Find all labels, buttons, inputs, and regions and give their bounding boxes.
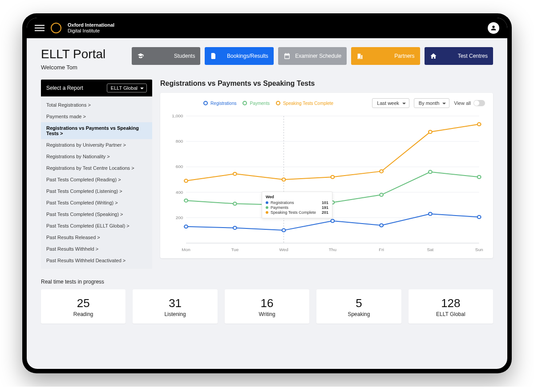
report-item[interactable]: Past Tests Completed (Reading) >: [41, 174, 152, 185]
report-item[interactable]: Registrations vs Payments vs Speaking Te…: [41, 122, 152, 139]
svg-point-33: [184, 180, 188, 183]
calendar-icon: [283, 52, 291, 60]
svg-text:600: 600: [176, 164, 183, 169]
svg-point-20: [233, 227, 237, 230]
nav-examiner-label: Examiner Schedule: [291, 53, 341, 59]
nav-partners[interactable]: Partners: [351, 47, 420, 65]
tooltip-row-label: Speaking Tests Complete: [271, 210, 316, 215]
building-icon: [356, 52, 364, 60]
stat-label: Speaking: [316, 311, 401, 317]
svg-text:800: 800: [176, 139, 183, 144]
svg-text:Thu: Thu: [329, 248, 336, 252]
report-item[interactable]: Past Results Withheld >: [41, 243, 152, 255]
period-select[interactable]: Last week: [372, 98, 409, 108]
tooltip-row-value: 201: [322, 210, 328, 215]
legend-sp-label: Speaking Tests Complete: [283, 101, 333, 106]
nav-students[interactable]: Students: [132, 47, 200, 65]
svg-point-32: [477, 176, 481, 179]
file-icon: [210, 52, 217, 60]
svg-point-26: [184, 199, 188, 202]
report-item[interactable]: Registrations by Nationality >: [41, 151, 152, 162]
legend-pay-label: Payments: [250, 101, 269, 106]
report-item[interactable]: Registrations by Test Centre Locations >: [41, 162, 152, 174]
report-item[interactable]: Registrations by University Partner >: [41, 139, 152, 151]
report-item[interactable]: Past Tests Completed (ELLT Global) >: [41, 220, 152, 232]
tooltip-dot-icon: [266, 201, 268, 204]
svg-point-37: [380, 170, 383, 173]
svg-text:1,000: 1,000: [172, 114, 183, 118]
chart-title: Registrations vs Payments vs Speaking Te…: [160, 80, 493, 88]
stat-label: Reading: [41, 311, 125, 317]
screen: Oxford International Digital Institute E…: [27, 18, 507, 369]
tablet-frame: Oxford International Digital Institute E…: [22, 13, 512, 373]
nav-centres-label: Test Centres: [437, 53, 488, 59]
stat-value: 16: [225, 296, 309, 310]
report-item[interactable]: Past Tests Completed (Listening) >: [41, 185, 152, 197]
nav-centres[interactable]: Test Centres: [425, 47, 493, 65]
topbar: Oxford International Digital Institute: [27, 18, 507, 38]
sidebar-head-label: Select a Report: [46, 85, 107, 91]
svg-text:400: 400: [176, 190, 183, 194]
brand-line1: Oxford International: [68, 22, 114, 28]
svg-point-36: [331, 176, 334, 179]
title-block: ELLT Portal Welcome Tom: [41, 47, 121, 71]
report-item[interactable]: Past Tests Completed (Speaking) >: [41, 208, 152, 220]
tooltip-day: Wed: [266, 195, 328, 199]
main-row: Select a Report ELLT Global Total Regist…: [41, 80, 493, 269]
report-item[interactable]: Past Tests Completed (Writing) >: [41, 197, 152, 208]
legend-marker-icon: [275, 103, 281, 104]
sidebar-head-select[interactable]: ELLT Global: [107, 84, 147, 92]
stat-card: 128ELLT Global: [409, 289, 493, 324]
legend-speaking: Speaking Tests Complete: [275, 101, 333, 106]
chart-legend: Registrations Payments Speaking Tests Co…: [168, 101, 368, 106]
stat-value: 128: [409, 296, 493, 310]
svg-text:Wed: Wed: [279, 248, 288, 252]
tooltip-row-label: Payments: [271, 205, 316, 210]
report-item[interactable]: Payments made >: [41, 111, 152, 122]
viewall-label: View all: [454, 100, 471, 106]
chart-card: Registrations Payments Speaking Tests Co…: [160, 93, 493, 258]
viewall-toggle[interactable]: [473, 100, 485, 106]
svg-point-30: [380, 193, 383, 196]
nav-examiner[interactable]: Examiner Schedule: [278, 47, 347, 65]
chart-controls: Registrations Payments Speaking Tests Co…: [168, 98, 485, 108]
svg-text:Fri: Fri: [379, 248, 384, 252]
chart-tooltip: Wed Registrations101Payments191Speaking …: [262, 192, 332, 218]
report-item[interactable]: Past Results Withheld Deactivated >: [41, 255, 152, 266]
report-item[interactable]: Past Results Released >: [41, 232, 152, 243]
svg-point-27: [233, 202, 237, 205]
svg-point-25: [477, 216, 481, 219]
brand-line2: Digital Institute: [68, 28, 114, 34]
legend-marker-icon: [242, 103, 248, 104]
svg-text:200: 200: [176, 216, 183, 220]
student-icon: [137, 52, 144, 60]
legend-reg-label: Registrations: [210, 101, 236, 106]
svg-text:Sat: Sat: [427, 248, 433, 252]
tooltip-row-value: 191: [322, 205, 328, 210]
svg-point-23: [380, 224, 383, 227]
stats-title: Real time tests in progress: [41, 279, 493, 285]
svg-point-24: [429, 212, 432, 216]
stat-value: 5: [316, 296, 401, 310]
user-icon[interactable]: [488, 22, 499, 34]
svg-point-22: [331, 220, 334, 223]
report-item[interactable]: Total Registrations >: [41, 99, 152, 111]
svg-point-21: [282, 229, 286, 232]
brand-text: Oxford International Digital Institute: [68, 22, 114, 34]
page-title: ELLT Portal: [41, 47, 121, 61]
menu-icon[interactable]: [35, 23, 44, 33]
svg-point-19: [184, 225, 188, 228]
tooltip-dot-icon: [266, 211, 268, 214]
svg-text:Sun: Sun: [475, 248, 483, 252]
stat-label: ELLT Global: [409, 311, 493, 317]
nav-partners-label: Partners: [364, 53, 414, 59]
stat-value: 31: [133, 296, 217, 310]
stat-card: 16Writing: [225, 289, 309, 324]
stat-card: 31Listening: [133, 289, 217, 324]
group-select[interactable]: By month: [414, 98, 449, 108]
sidebar-head: Select a Report ELLT Global: [41, 80, 152, 96]
nav-bookings[interactable]: Bookings/Results: [205, 47, 273, 65]
legend-payments: Payments: [242, 101, 269, 106]
tooltip-row-value: 101: [322, 200, 328, 205]
content: ELLT Portal Welcome Tom Students: [27, 38, 507, 337]
